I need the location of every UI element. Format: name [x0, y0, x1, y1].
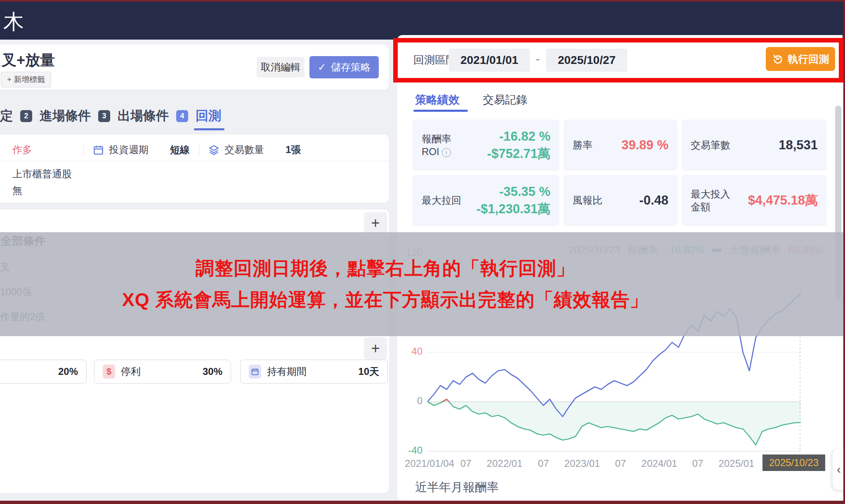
metric-value: -0.48 — [639, 192, 668, 209]
take-profit-label: 停利 — [121, 365, 141, 378]
app-screen: 木 叉+放量 + 新增標籤 取消編輯 ✓ 儲存策略 定 2 進場條件 3 出場條… — [0, 0, 845, 504]
stop-loss-chip[interactable]: 20% — [0, 360, 87, 384]
direction-long[interactable]: 作多 — [12, 143, 74, 156]
x-axis-tick: 07 — [460, 458, 472, 469]
metric-card: 最大拉回-35.35 %-$1,230.31萬 — [413, 175, 559, 226]
take-profit-value: 30% — [203, 366, 222, 377]
x-axis-tick: 07 — [538, 458, 549, 469]
x-axis-tick: 2022/01 — [487, 458, 523, 469]
step-label-partial[interactable]: 定 — [0, 107, 13, 125]
holding-period-label: 持有期間 — [267, 365, 307, 378]
take-profit-chip[interactable]: $ 停利 30% — [94, 360, 231, 384]
strategy-header-card: 叉+放量 + 新增標籤 取消編輯 ✓ 儲存策略 — [0, 45, 389, 90]
divider — [83, 144, 84, 156]
x-axis-tick: 2024/01 — [642, 458, 677, 469]
metric-value: 39.89 % — [621, 137, 668, 154]
tab-backtest[interactable]: 回測 — [196, 107, 221, 125]
x-axis-tick: 2021/01/04 — [405, 458, 454, 469]
metric-card: 報酬率ROIi-16.82 %-$752.71萬 — [413, 120, 559, 171]
step-badge-4: 4 — [176, 110, 188, 122]
check-icon: ✓ — [318, 61, 326, 73]
metric-value: -$752.71萬 — [487, 145, 550, 163]
calendar-icon — [93, 144, 104, 155]
layers-icon — [208, 144, 220, 155]
y-axis-tick: 0 — [398, 395, 422, 407]
metric-value: -16.82 % — [487, 128, 550, 145]
settings-row: 作多 投資週期 短線 交易數量 1張 — [0, 140, 389, 159]
metric-card: 交易筆數18,531 — [682, 120, 827, 171]
quantity-label: 交易數量 — [224, 143, 264, 156]
overlay-instruction-line1: 調整回測日期後，點擊右上角的「執行回測」 — [196, 256, 575, 281]
save-strategy-button[interactable]: ✓ 儲存策略 — [309, 56, 379, 78]
x-axis-tick: 07 — [615, 458, 626, 469]
step-tabs: 定 2 進場條件 3 出場條件 4 回測 — [0, 103, 221, 129]
period-label: 投資週期 — [109, 143, 149, 156]
tutorial-overlay: 調整回測日期後，點擊右上角的「執行回測」 XQ 系統會馬上開始運算，並在下方顯示… — [0, 232, 845, 336]
stop-loss-value: 20% — [58, 366, 78, 377]
metric-card: 風報比-0.48 — [564, 175, 677, 226]
dollar-icon: $ — [103, 365, 115, 379]
overlay-instruction-line2: XQ 系統會馬上開始運算，並在下方顯示出完整的「績效報告」 — [122, 287, 649, 312]
step-badge-2: 2 — [20, 110, 32, 122]
add-tag-button[interactable]: + 新增標籤 — [1, 72, 51, 87]
window-title: 木 — [3, 8, 24, 36]
metric-card: 勝率39.89 % — [564, 120, 677, 171]
metric-value: -$1,230.31萬 — [477, 200, 550, 218]
metric-card: 最大投入金額$4,475.18萬 — [682, 175, 827, 226]
calendar-icon — [249, 365, 261, 379]
metric-value: 18,531 — [779, 137, 818, 154]
x-axis-tick: 07 — [692, 458, 703, 469]
frame-border — [843, 0, 845, 504]
cancel-edit-button[interactable]: 取消編輯 — [257, 57, 304, 78]
tab-strategy-performance[interactable]: 策略績效 — [415, 92, 460, 107]
holding-period-value: 10天 — [358, 365, 379, 378]
chart-end-date-chip: 2025/10/23 — [762, 455, 825, 471]
tab-exit-conditions[interactable]: 出場條件 — [118, 107, 169, 125]
annotation-highlight-box — [393, 38, 843, 82]
tab-trade-records[interactable]: 交易記錄 — [483, 92, 527, 107]
x-axis-tick: 2025/01 — [719, 458, 755, 469]
step-badge-3: 3 — [98, 110, 110, 122]
y-axis-tick: 40 — [398, 346, 422, 357]
frame-border — [0, 0, 845, 2]
period-value[interactable]: 短線 — [170, 143, 190, 156]
quantity-value[interactable]: 1張 — [286, 143, 301, 156]
active-tab-underline — [194, 128, 224, 130]
tab-entry-conditions[interactable]: 進場條件 — [40, 107, 91, 125]
active-tab-underline — [413, 110, 468, 112]
divider — [199, 144, 199, 156]
divider — [0, 161, 389, 161]
strategy-settings-card: 作多 投資週期 短線 交易數量 1張 上市櫃普通股 無 — [0, 134, 389, 203]
metric-value: $4,475.18萬 — [748, 192, 818, 209]
add-exit-rule-button[interactable]: + — [364, 337, 387, 360]
info-icon[interactable]: i — [442, 148, 451, 157]
frame-border — [0, 501, 845, 504]
strategy-title: 叉+放量 — [2, 50, 55, 71]
y-axis-tick: -40 — [398, 445, 422, 456]
metric-value: -35.35 % — [477, 183, 550, 200]
x-axis-tick: 2023/01 — [564, 458, 600, 469]
top-title-bar: 木 — [0, 2, 845, 40]
monthly-returns-section-title: 近半年月報酬率 — [415, 479, 499, 496]
filter-value-none: 無 — [12, 184, 22, 197]
chart-x-axis: 2021/01/04072022/01072023/01072024/01072… — [427, 456, 824, 474]
holding-period-chip[interactable]: 持有期間 10天 — [240, 360, 388, 384]
add-condition-button[interactable]: + — [364, 212, 387, 234]
universe-value: 上市櫃普通股 — [12, 167, 72, 181]
